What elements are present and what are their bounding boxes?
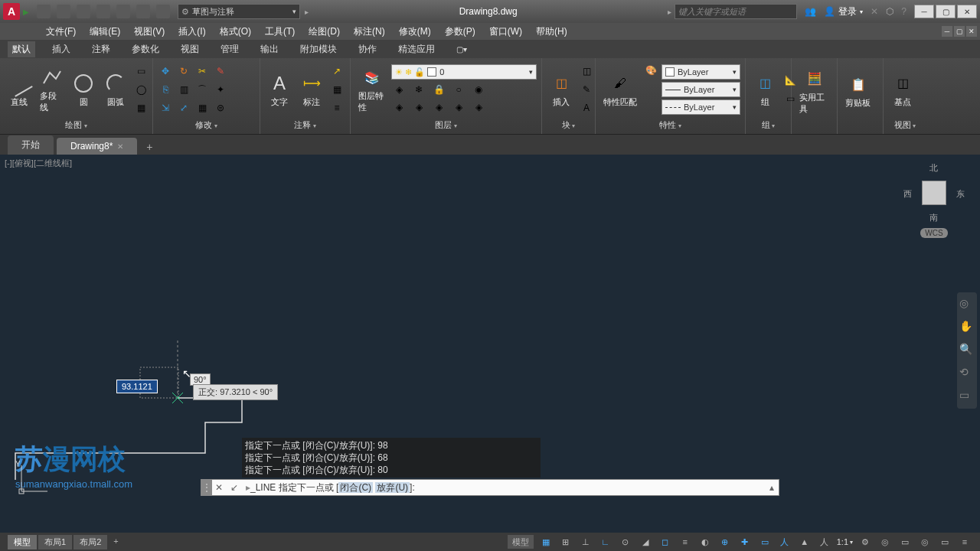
insert-block-button[interactable]: ◫插入 [547,70,576,109]
ellipse-icon[interactable]: ◯ [133,82,149,97]
panel-block-title[interactable]: 块 [547,118,590,131]
maximize-button[interactable]: ▢ [936,5,956,18]
group-button[interactable]: ◫组 [750,70,779,109]
tab-output[interactable]: 输出 [256,41,283,57]
polar-icon[interactable]: ⊙ [618,535,633,549]
base-button[interactable]: ◫基点 [888,70,917,109]
annotation-icon[interactable]: 人 [777,535,792,549]
app-store-icon[interactable]: ⬡ [886,6,893,17]
tab-addins[interactable]: 附加模块 [296,41,341,57]
tab-annotate[interactable]: 注释 [87,41,115,57]
grid-icon[interactable]: ▦ [538,535,554,549]
explode-icon[interactable]: ✦ [213,82,228,97]
layout-2[interactable]: 布局2 [74,535,107,549]
mirror-icon[interactable]: ▥ [176,82,191,97]
close-button[interactable]: ✕ [957,5,977,18]
tab-drawing8[interactable]: Drawing8*✕ [57,138,137,155]
mdi-close[interactable]: ✕ [966,26,977,37]
osnap-icon[interactable]: ◻ [658,535,673,549]
leader-icon[interactable]: ↗ [329,64,345,79]
panel-modify-title[interactable]: 修改 [158,118,255,131]
layer-iso-icon[interactable]: ◈ [391,82,407,97]
new-tab-button[interactable]: + [140,139,158,155]
menu-dimension[interactable]: 标注(N) [354,25,385,38]
linetype-combo[interactable]: ByLayer▾ [662,99,740,115]
lineweight-icon[interactable]: ≡ [678,535,693,549]
panel-view-title[interactable]: 视图 [888,118,922,131]
menu-draw[interactable]: 绘图(D) [309,25,340,38]
annotation-monitor-icon[interactable]: ◎ [877,535,893,549]
app-menu-arrow[interactable]: ▶ [23,8,29,16]
mtext-icon[interactable]: ≡ [329,100,345,116]
color-wheel-icon[interactable]: 🎨 [643,63,658,78]
cube-top-face[interactable] [922,181,946,205]
circle-button[interactable]: 圆 [69,70,98,109]
tab-parametric[interactable]: 参数化 [127,41,164,57]
scale-combo[interactable]: 1:1▾ [837,537,853,546]
layer-freeze-icon[interactable]: ❄ [411,82,426,97]
layout-add-button[interactable]: + [109,535,122,549]
minimize-button[interactable]: ─ [914,5,934,18]
drawing-canvas[interactable]: [-][俯视][二维线框] 北 南 东 西 WCS ◎ ✋ 🔍 ⟲ ▭ 93.1… [0,155,980,520]
menu-tools[interactable]: 工具(T) [265,25,295,38]
transparency-icon[interactable]: ◐ [697,535,713,549]
stretch-icon[interactable]: ⇲ [158,100,173,116]
pan-icon[interactable]: ✋ [959,320,975,335]
text-button[interactable]: A文字 [265,70,294,109]
edit-block-icon[interactable]: ✎ [579,82,594,97]
isoplane-icon[interactable]: ◢ [638,535,653,549]
layer-combo[interactable]: ☀ ❄ 🔓 0▾ [391,64,537,80]
workspace-switch-icon[interactable]: ⚙ [858,535,873,549]
layer-lock-icon[interactable]: 🔒 [431,82,446,97]
dimension-button[interactable]: ⟼标注 [297,70,326,109]
cycling-icon[interactable]: ⊕ [717,535,733,549]
line-button[interactable]: 直线 [5,70,34,109]
view-cube[interactable]: 北 南 东 西 WCS [903,162,965,239]
exchange-icon[interactable]: ✕ [871,6,878,17]
menu-insert[interactable]: 插入(I) [178,25,205,38]
polyline-button[interactable]: 多段线 [37,64,66,115]
fillet-icon[interactable]: ⌒ [194,82,210,97]
wheel-icon[interactable]: ◎ [959,297,975,312]
search-play-icon[interactable]: ▸ [668,8,671,16]
login-button[interactable]: 👤 登录 ▾ [824,5,863,18]
snap-icon[interactable]: ⊞ [558,535,573,549]
cmdline-text[interactable]: ▸_LINE 指定下一点或 [闭合(C) 放弃(U)]: [243,481,765,494]
offset-icon[interactable]: ⊜ [213,100,228,116]
autoscale-icon[interactable]: 人 [817,535,832,549]
lineweight-combo[interactable]: ByLayer▾ [662,82,740,97]
rotate-icon[interactable]: ↻ [176,64,191,79]
hatch-icon[interactable]: ▦ [133,100,149,116]
layer-s2-icon[interactable]: ◈ [411,99,426,115]
qat-save-icon[interactable] [77,5,90,18]
compass-w[interactable]: 西 [903,188,912,200]
menu-format[interactable]: 格式(O) [220,25,251,38]
menu-window[interactable]: 窗口(W) [489,25,522,38]
panel-draw-title[interactable]: 绘图 [5,118,148,131]
util-button[interactable]: 🧮实用工具 [796,66,832,116]
panel-props-title[interactable]: 特性 [600,118,740,131]
rectangle-icon[interactable]: ▭ [133,64,149,79]
mdi-restore[interactable]: ▢ [954,26,965,37]
help-icon[interactable]: ? [901,6,906,17]
command-line[interactable]: ⋮ ✕ ↙ ▸_LINE 指定下一点或 [闭合(C) 放弃(U)]: ▴ [201,479,779,496]
qat-saveas-icon[interactable] [96,5,110,18]
arc-button[interactable]: 圆弧 [101,70,130,109]
qat-redo-icon[interactable] [156,5,170,18]
trim-icon[interactable]: ✂ [194,64,210,79]
menu-edit[interactable]: 编辑(E) [90,25,120,38]
match-props-button[interactable]: 🖌特性匹配 [600,70,640,109]
tab-expand-icon[interactable]: ▢▾ [452,44,472,55]
showmotion-icon[interactable]: ▭ [959,389,975,404]
dynamic-input-distance[interactable]: 93.1121 [116,380,158,393]
layer-match-icon[interactable]: ◉ [471,82,486,97]
qat-new-icon[interactable] [37,5,51,18]
cmdline-options-icon[interactable]: ↙ [226,482,243,493]
compass-e[interactable]: 东 [956,188,965,200]
menu-help[interactable]: 帮助(H) [536,25,567,38]
menu-params[interactable]: 参数(P) [445,25,475,38]
mdi-minimize[interactable]: ─ [942,26,952,37]
tab-featured[interactable]: 精选应用 [394,41,439,57]
close-icon[interactable]: ✕ [117,142,123,151]
layer-off-icon[interactable]: ○ [451,82,466,97]
